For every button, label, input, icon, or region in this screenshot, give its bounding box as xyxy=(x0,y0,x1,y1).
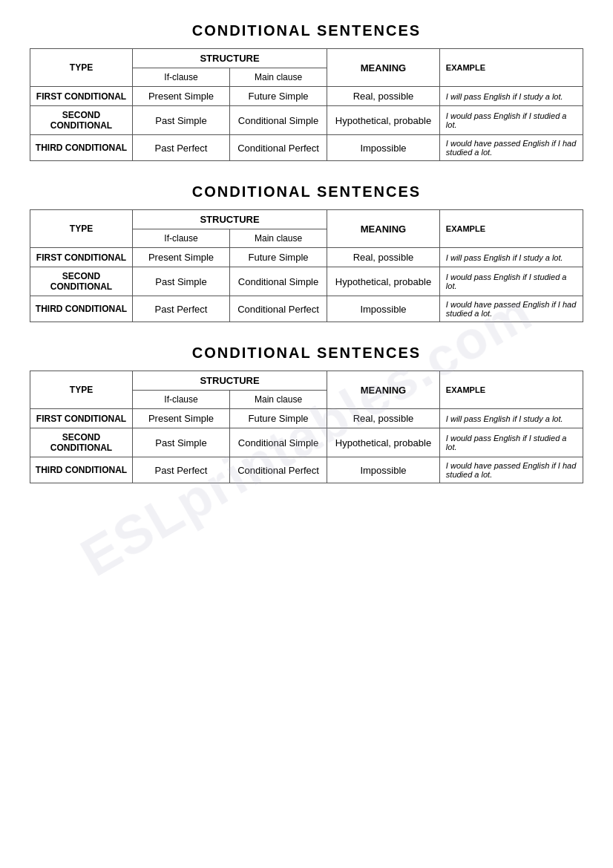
table-row-2: SECOND CONDITIONALPast SimpleConditional… xyxy=(30,428,583,457)
header-example: EXAMPLE xyxy=(439,49,583,87)
cell-example: I would pass English if I studied a lot. xyxy=(439,267,583,296)
header-if-clause: If-clause xyxy=(132,391,229,409)
cell-if-clause: Past Perfect xyxy=(132,296,229,322)
cell-meaning: Hypothetical, probable xyxy=(327,428,440,457)
cell-example: I will pass English if I study a lot. xyxy=(439,248,583,267)
table-row-1: FIRST CONDITIONALPresent SimpleFuture Si… xyxy=(30,409,583,428)
cell-if-clause: Past Perfect xyxy=(132,457,229,483)
cell-if-clause: Past Perfect xyxy=(132,135,229,161)
cell-if-clause: Past Simple xyxy=(132,267,229,296)
table-row-3: THIRD CONDITIONALPast PerfectConditional… xyxy=(30,135,583,161)
cell-example: I would have passed English if I had stu… xyxy=(439,135,583,161)
cell-meaning: Real, possible xyxy=(327,248,440,267)
table-2: TYPESTRUCTUREMEANINGEXAMPLEIf-clauseMain… xyxy=(30,209,583,322)
table-row-2: SECOND CONDITIONALPast SimpleConditional… xyxy=(30,267,583,296)
cell-example: I will pass English if I study a lot. xyxy=(439,87,583,106)
cell-example: I would pass English if I studied a lot. xyxy=(439,106,583,135)
cell-type: THIRD CONDITIONAL xyxy=(30,457,133,483)
cell-meaning: Real, possible xyxy=(327,409,440,428)
cell-main-clause: Future Simple xyxy=(230,409,327,428)
cell-meaning: Impossible xyxy=(327,296,440,322)
header-structure: STRUCTURE xyxy=(132,49,327,68)
cell-main-clause: Future Simple xyxy=(230,248,327,267)
cell-main-clause: Conditional Simple xyxy=(230,267,327,296)
header-example: EXAMPLE xyxy=(439,210,583,248)
cell-main-clause: Future Simple xyxy=(230,87,327,106)
header-main-clause: Main clause xyxy=(230,68,327,87)
header-meaning: MEANING xyxy=(327,210,440,248)
table-row-1: FIRST CONDITIONALPresent SimpleFuture Si… xyxy=(30,248,583,267)
cell-meaning: Hypothetical, probable xyxy=(327,267,440,296)
header-structure: STRUCTURE xyxy=(132,210,327,229)
cell-example: I would pass English if I studied a lot. xyxy=(439,428,583,457)
cell-type: SECOND CONDITIONAL xyxy=(30,428,133,457)
cell-main-clause: Conditional Perfect xyxy=(230,135,327,161)
cell-example: I would have passed English if I had stu… xyxy=(439,296,583,322)
cell-main-clause: Conditional Simple xyxy=(230,428,327,457)
section-title: CONDITIONAL SENTENCES xyxy=(30,22,583,39)
cell-type: THIRD CONDITIONAL xyxy=(30,135,133,161)
section-title: CONDITIONAL SENTENCES xyxy=(30,183,583,200)
table-row-3: THIRD CONDITIONALPast PerfectConditional… xyxy=(30,457,583,483)
table-row-3: THIRD CONDITIONALPast PerfectConditional… xyxy=(30,296,583,322)
cell-if-clause: Present Simple xyxy=(132,87,229,106)
section-1: CONDITIONAL SENTENCESTYPESTRUCTUREMEANIN… xyxy=(30,22,583,161)
cell-main-clause: Conditional Perfect xyxy=(230,457,327,483)
cell-meaning: Hypothetical, probable xyxy=(327,106,440,135)
header-if-clause: If-clause xyxy=(132,68,229,87)
cell-example: I will pass English if I study a lot. xyxy=(439,409,583,428)
header-type: TYPE xyxy=(30,210,133,248)
table-3: TYPESTRUCTUREMEANINGEXAMPLEIf-clauseMain… xyxy=(30,371,583,483)
cell-meaning: Real, possible xyxy=(327,87,440,106)
cell-if-clause: Past Simple xyxy=(132,428,229,457)
cell-example: I would have passed English if I had stu… xyxy=(439,457,583,483)
table-1: TYPESTRUCTUREMEANINGEXAMPLEIf-clauseMain… xyxy=(30,48,583,161)
cell-if-clause: Present Simple xyxy=(132,248,229,267)
table-row-1: FIRST CONDITIONALPresent SimpleFuture Si… xyxy=(30,87,583,106)
cell-type: FIRST CONDITIONAL xyxy=(30,409,133,428)
cell-type: SECOND CONDITIONAL xyxy=(30,106,133,135)
section-title: CONDITIONAL SENTENCES xyxy=(30,345,583,362)
cell-main-clause: Conditional Perfect xyxy=(230,296,327,322)
header-type: TYPE xyxy=(30,49,133,87)
cell-if-clause: Past Simple xyxy=(132,106,229,135)
header-example: EXAMPLE xyxy=(439,371,583,409)
cell-type: SECOND CONDITIONAL xyxy=(30,267,133,296)
section-2: CONDITIONAL SENTENCESTYPESTRUCTUREMEANIN… xyxy=(30,183,583,322)
header-meaning: MEANING xyxy=(327,49,440,87)
cell-meaning: Impossible xyxy=(327,135,440,161)
header-meaning: MEANING xyxy=(327,371,440,409)
header-main-clause: Main clause xyxy=(230,391,327,409)
cell-main-clause: Conditional Simple xyxy=(230,106,327,135)
cell-type: FIRST CONDITIONAL xyxy=(30,87,133,106)
header-structure: STRUCTURE xyxy=(132,371,327,391)
header-main-clause: Main clause xyxy=(230,229,327,248)
cell-type: THIRD CONDITIONAL xyxy=(30,296,133,322)
header-if-clause: If-clause xyxy=(132,229,229,248)
table-row-2: SECOND CONDITIONALPast SimpleConditional… xyxy=(30,106,583,135)
section-3: CONDITIONAL SENTENCESTYPESTRUCTUREMEANIN… xyxy=(30,345,583,483)
cell-if-clause: Present Simple xyxy=(132,409,229,428)
cell-type: FIRST CONDITIONAL xyxy=(30,248,133,267)
cell-meaning: Impossible xyxy=(327,457,440,483)
header-type: TYPE xyxy=(30,371,133,409)
